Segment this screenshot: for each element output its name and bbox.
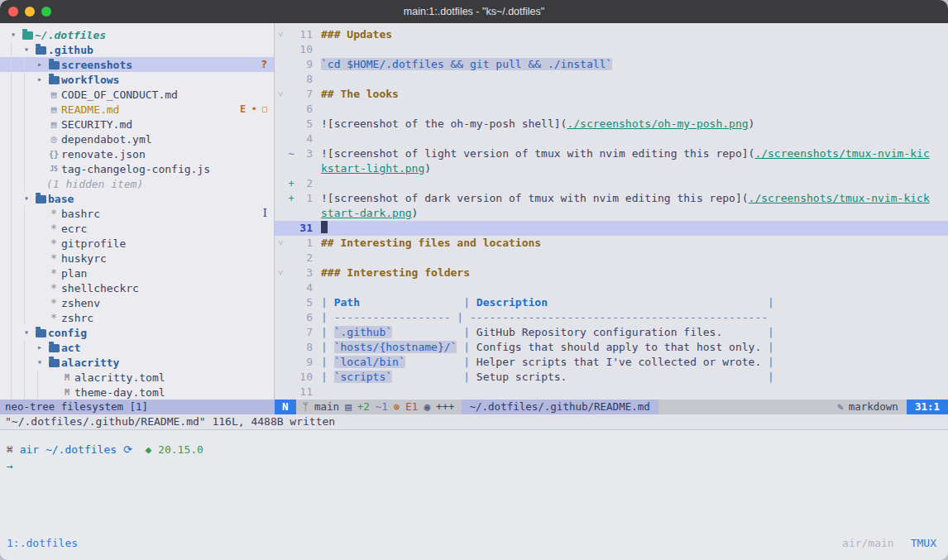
indent-guide (20, 340, 33, 355)
line-text (321, 42, 948, 57)
tree-item-alacritty-toml[interactable]: Malacritty.toml (0, 370, 274, 385)
tree-item-gitprofile[interactable]: *gitprofile (0, 236, 274, 251)
editor-line[interactable]: 6| ------------------ | ----------------… (275, 310, 948, 325)
fold-open-icon[interactable]: ˅ (275, 236, 286, 251)
line-text: kstart-light.png) (321, 161, 948, 176)
tree-item-label: renovate.json (61, 148, 146, 160)
tree-item-code-of-conduct-md[interactable]: ▤CODE_OF_CONDUCT.md (0, 87, 274, 102)
indent-guide (20, 355, 33, 370)
chevron-right-icon[interactable]: ▸ (33, 57, 46, 72)
line-number: 7 (296, 87, 321, 102)
tree-item-ecrc[interactable]: *ecrc (0, 221, 274, 236)
editor-line[interactable]: 11 (275, 385, 948, 400)
editor-line[interactable]: 10 (275, 42, 948, 57)
fold-open-icon[interactable]: ˅ (275, 87, 286, 102)
sign-column (286, 102, 296, 117)
editor-line[interactable]: kstart-light.png) (275, 161, 948, 176)
editor-line[interactable]: +1![screenshot of dark version of tmux w… (275, 191, 948, 206)
tree-item-zshrc[interactable]: *zshrc (0, 310, 274, 325)
tree-item-workflows[interactable]: ▸workflows (0, 72, 274, 87)
tree-item-security-md[interactable]: ▤SECURITY.md (0, 117, 274, 132)
tree-item-github[interactable]: ▾.github (0, 42, 274, 57)
chevron-right-icon[interactable]: ▸ (33, 340, 46, 355)
tree-item-config[interactable]: ▾config (0, 325, 274, 340)
tree-item-act[interactable]: ▸act (0, 340, 274, 355)
indent-guide (7, 102, 20, 117)
folder-open-icon (33, 194, 48, 203)
tmux-window-label[interactable]: 1:.dotfiles (7, 536, 78, 551)
tree-item-readme-md[interactable]: ▤README.mdE•□ (0, 102, 274, 117)
tree-item-renovate-json[interactable]: {}renovate.json (0, 146, 274, 161)
editor-line[interactable]: 5![screenshot of the oh-my-posh shell](.… (275, 117, 948, 132)
indent-guide (20, 236, 33, 251)
editor-line[interactable]: ˅7## The looks (275, 87, 948, 102)
chevron-down-icon[interactable]: ▾ (20, 191, 33, 206)
editor-line[interactable]: ~3![screenshot of light version of tmux … (275, 146, 948, 161)
fold-open-icon[interactable]: ˅ (275, 27, 286, 42)
indent-guide (33, 385, 46, 400)
text-segment: ./screenshots/tmux-nvim-kic (754, 147, 929, 160)
tree-item-plan[interactable]: *plan (0, 266, 274, 280)
indent-guide (7, 340, 20, 355)
editor-line[interactable]: 8| `hosts/{hostname}/` | Configs that sh… (275, 340, 948, 355)
shell-pane[interactable]: ⌘ air ~/.dotfiles ⟳ ◆ 20.15.0 → (0, 429, 948, 534)
tree-item-dependabot-yml[interactable]: ◎dependabot.yml (0, 132, 274, 146)
tree-item-zshenv[interactable]: *zshenv (0, 295, 274, 310)
fold-column (275, 355, 286, 370)
sign-column (286, 370, 296, 385)
minimize-button[interactable] (25, 7, 35, 17)
indent-guide (20, 57, 33, 72)
chevron-right-icon[interactable]: ▸ (33, 72, 46, 87)
chevron-down-icon[interactable]: ▾ (7, 27, 20, 42)
tree-item-screenshots[interactable]: ▸screenshots? (0, 57, 274, 72)
editor-line[interactable]: ˅11### Updates (275, 27, 948, 42)
chevron-down-icon[interactable]: ▾ (20, 325, 33, 340)
editor-line[interactable]: 5| Path | Description | (275, 295, 948, 310)
text-segment (548, 296, 768, 309)
line-text (321, 280, 948, 295)
line-number: 7 (296, 325, 321, 340)
tree-item-alacritty[interactable]: ▾alacritty (0, 355, 274, 370)
text-segment: | (321, 356, 334, 368)
editor-line[interactable]: 10| `scripts` | Setup scripts. | (275, 370, 948, 385)
editor-line[interactable]: +2 (275, 176, 948, 191)
editor-line[interactable]: 7| `.github` | GitHub Repository configu… (275, 325, 948, 340)
editor-line[interactable]: ˅1## Interesting files and locations (275, 236, 948, 251)
tree-item-tag-changelog-config-js[interactable]: JStag-changelog-config.js (0, 161, 274, 176)
tree-item-dotfiles[interactable]: ▾~/.dotfiles (0, 27, 274, 42)
editor-line[interactable]: 9| `local/bin` | Helper scripts that I'v… (275, 355, 948, 370)
text-segment: Path (334, 296, 360, 309)
text-segment: ) (424, 162, 431, 175)
tree-item-base[interactable]: ▾base (0, 191, 274, 206)
chevron-down-icon[interactable]: ▾ (20, 42, 33, 57)
editor-line[interactable]: 2 (275, 251, 948, 266)
diagnostic-error-icon: ⊗ (394, 400, 400, 414)
indent-guide (7, 251, 20, 266)
tree-item-1-hidden-item[interactable]: (1 hidden item) (0, 176, 274, 191)
editor-line[interactable]: 4 (275, 280, 948, 295)
editor-line[interactable]: 4 (275, 132, 948, 146)
tree-item-bashrc[interactable]: *bashrcI (0, 206, 274, 221)
zoom-button[interactable] (41, 7, 51, 17)
editor-line[interactable]: 8 (275, 72, 948, 87)
line-number: 1 (296, 191, 321, 206)
editor-line[interactable]: 31 (275, 221, 948, 236)
editor-line[interactable]: 6 (275, 102, 948, 117)
tree-item-theme-day-toml[interactable]: Mtheme-day.toml (0, 385, 274, 400)
fold-open-icon[interactable]: ˅ (275, 266, 286, 280)
fold-column (275, 102, 286, 117)
sign-column (286, 57, 296, 72)
editor-line[interactable]: 9`cd $HOME/.dotfiles && git pull && ./in… (275, 57, 948, 72)
line-number: 11 (296, 385, 321, 400)
close-button[interactable] (8, 7, 18, 17)
tree-item-label: zshrc (61, 312, 93, 324)
line-text (321, 176, 948, 191)
text-segment: | (768, 296, 774, 309)
editor-line[interactable]: start-dark.png) (275, 206, 948, 221)
fold-column (275, 57, 286, 72)
tree-item-label: ~/.dotfiles (35, 29, 106, 41)
tree-item-shellcheckrc[interactable]: *shellcheckrc (0, 280, 274, 295)
tree-item-huskyrc[interactable]: *huskyrc (0, 251, 274, 266)
chevron-down-icon[interactable]: ▾ (33, 355, 46, 370)
editor-line[interactable]: ˅3### Interesting folders (275, 266, 948, 280)
